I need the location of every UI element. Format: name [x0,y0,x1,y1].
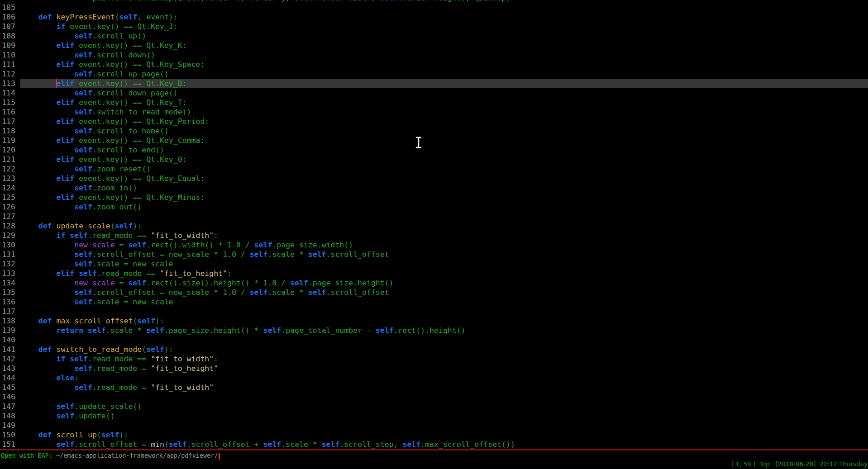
code-line[interactable]: 141 def switch_to_read_mode(self): [0,345,868,354]
code-text: elif event.key() == Qt.Key_Period: [20,117,209,126]
code-line[interactable]: 133 elif self.read_mode == "fit_to_heigh… [0,269,868,278]
code-line[interactable]: 136 self.scale = new_scale [0,297,868,307]
code-line[interactable]: 150 def scroll_up(self): [0,430,868,440]
line-number: 147 [0,402,15,411]
code-line[interactable]: 129 if self.read_mode == "fit_to_width": [0,231,868,240]
code-text: elif event.key() == Qt.Key_Equal: [20,174,205,183]
code-line[interactable]: 137 [0,307,868,316]
line-number: 127 [0,212,15,221]
code-line[interactable]: 122 self.zoom_reset() [0,164,868,174]
line-number: 110 [0,50,15,60]
code-text: self.zoom_out() [20,203,142,211]
code-line[interactable]: 119 elif event.key() == Qt.Key_Comma: [0,136,868,145]
code-line[interactable]: 146 [0,392,868,402]
code-line[interactable]: 111 elif event.key() == Qt.Key_Space: [0,60,868,69]
code-text: def max_scroll_offset(self): [20,317,164,325]
code-line[interactable]: 118 self.scroll_to_home() [0,126,868,136]
code-line[interactable]: 132 self.scale = new_scale [0,259,868,269]
line-number: 148 [0,411,15,421]
line-number: 115 [0,98,15,107]
code-line[interactable]: 106 def keyPressEvent(self, event): [0,12,868,22]
line-number: 143 [0,364,15,373]
line-number: 106 [0,12,15,22]
minibuffer-input[interactable]: ~/emacs-application-framework/app/pdfvie… [56,452,218,459]
code-text: elif event.key() == Qt.Key_K: [20,41,187,50]
line-number: 118 [0,126,15,136]
emacs-frame: { "colors": { "bg": "#000000", "green": … [0,0,868,469]
code-line[interactable]: 116 self.switch_to_read_mode() [0,107,868,117]
code-line[interactable]: 121 elif event.key() == Qt.Key_0: [0,155,868,164]
code-line[interactable]: 115 elif event.key() == Qt.Key_T: [0,98,868,107]
line-number: 109 [0,41,15,50]
code-line[interactable]: 130 new_scale = self.rect().width() * 1.… [0,240,868,250]
code-line[interactable]: 114 self.scroll_down_page() [0,88,868,98]
line-number: 105 [0,3,15,12]
code-text: new_scale = self.rect().width() * 1.0 / … [20,241,353,249]
code-line[interactable]: 138 def max_scroll_offset(self): [0,316,868,326]
code-buffer[interactable]: painter.drawPixmap(QRect(render_x, rende… [0,0,868,449]
code-line[interactable]: 142 if self.read_mode == "fit_to_width": [0,354,868,364]
line-number: 134 [0,278,15,288]
code-line[interactable]: 107 if event.key() == Qt.Key_J: [0,22,868,31]
code-line[interactable]: 134 new_scale = self.rect().size().heigh… [0,278,868,288]
code-text: new_scale = self.rect().size().height() … [20,279,394,287]
line-number: 117 [0,117,15,126]
code-text: self.scroll_down_page() [20,89,178,97]
line-number: 142 [0,354,15,364]
code-line[interactable]: 148 self.update() [0,411,868,421]
code-line[interactable]: 108 self.scroll_up() [0,31,868,41]
code-text: elif event.key() == Qt.Key_T: [20,98,187,107]
line-number: 149 [0,421,15,430]
code-text: return self.scale * self.page_size.heigh… [20,326,466,335]
code-text: self.scroll_offset = new_scale * 1.0 / s… [20,250,389,259]
code-text: painter.drawPixmap(QRect(render_x, rende… [20,0,510,2]
line-number: 116 [0,107,15,117]
code-line[interactable]: 145 self.read_mode = "fit_to_width" [0,383,868,392]
code-text: self.update_scale() [20,402,142,411]
line-number: 137 [0,307,15,316]
code-line[interactable]: 127 [0,212,868,221]
code-line[interactable]: 147 self.update_scale() [0,402,868,411]
code-text: self.read_mode = "fit_to_width" [20,383,214,392]
code-text: if event.key() == Qt.Key_J: [20,22,178,31]
line-number: 111 [0,60,15,69]
code-line[interactable]: 126 self.zoom_out() [0,202,868,212]
line-number: 128 [0,221,15,231]
code-line[interactable]: 105 [0,3,868,12]
code-line[interactable]: 135 self.scroll_offset = new_scale * 1.0… [0,288,868,297]
code-line[interactable]: 125 elif event.key() == Qt.Key_Minus: [0,193,868,202]
code-line[interactable]: 140 [0,335,868,345]
code-line[interactable]: 112 self.scroll_up_page() [0,69,868,79]
code-text: def update_scale(self): [20,222,142,230]
code-line[interactable]: 110 self.scroll_down() [0,50,868,60]
code-line[interactable]: 139 return self.scale * self.page_size.h… [0,326,868,335]
code-line[interactable]: 151 self.scroll_offset = min(self.scroll… [0,440,868,449]
code-text: if self.read_mode == "fit_to_width": [20,231,218,240]
code-line[interactable]: 120 self.scroll_to_end() [0,145,868,155]
code-line[interactable]: 131 self.scroll_offset = new_scale * 1.0… [0,250,868,259]
code-line[interactable]: 113 elif event.key() == Qt.Key_B: [0,79,868,88]
line-number: 145 [0,383,15,392]
code-line[interactable]: 144 else: [0,373,868,383]
line-number: 122 [0,164,15,174]
echo-area[interactable]: Open with EAF: ~/emacs-application-frame… [0,450,868,469]
line-number: 125 [0,193,15,202]
code-line[interactable]: 109 elif event.key() == Qt.Key_K: [0,41,868,50]
line-number: 139 [0,326,15,335]
line-number: 141 [0,345,15,354]
code-line[interactable]: 117 elif event.key() == Qt.Key_Period: [0,117,868,126]
line-number: 129 [0,231,15,240]
line-number: 112 [0,69,15,79]
line-number: 120 [0,145,15,155]
code-text: self.zoom_reset() [20,165,151,173]
code-line[interactable]: 128 def update_scale(self): [0,221,868,231]
code-line[interactable]: 124 self.zoom_in() [0,183,868,193]
line-number: 108 [0,31,15,41]
line-number: 151 [0,440,15,449]
code-line[interactable]: 123 elif event.key() == Qt.Key_Equal: [0,174,868,183]
code-line[interactable]: 149 [0,421,868,430]
line-number: 138 [0,316,15,326]
line-number: 146 [0,392,15,402]
code-line[interactable]: 143 self.read_mode = "fit_to_height" [0,364,868,373]
line-number: 121 [0,155,15,164]
